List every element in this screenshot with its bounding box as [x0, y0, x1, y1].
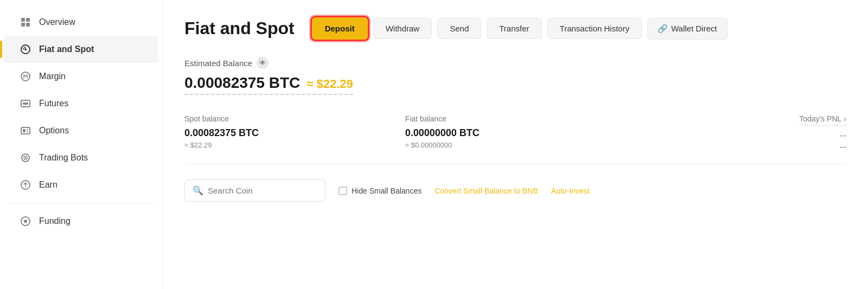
funding-icon: [20, 215, 31, 227]
pnl-label[interactable]: Today's PNL ›: [799, 114, 846, 126]
fiat-balance-col: Fiat balance 0.00000000 BTC ≈ $0.0000000…: [405, 114, 626, 153]
sidebar-item-trading-bots[interactable]: Trading Bots: [4, 144, 158, 171]
sidebar-item-overview-label: Overview: [39, 17, 75, 27]
transaction-history-button[interactable]: Transaction History: [547, 18, 642, 39]
sidebar-item-margin[interactable]: Margin: [4, 63, 158, 90]
convert-small-balance-link[interactable]: Convert Small Balance to BNB: [435, 187, 538, 195]
svg-rect-12: [27, 131, 28, 132]
page-title: Fiat and Spot: [184, 18, 295, 38]
sidebar-item-options[interactable]: Options: [4, 117, 158, 144]
filters-row: 🔍 Hide Small Balances Convert Small Bala…: [184, 179, 846, 202]
hide-small-balances-label[interactable]: Hide Small Balances: [339, 187, 422, 195]
link-icon: 🔗: [658, 24, 668, 34]
toggle-balance-icon[interactable]: 👁: [257, 57, 269, 69]
svg-rect-11: [27, 129, 28, 130]
wallet-icon: [20, 43, 31, 55]
bots-icon: [20, 152, 31, 164]
balance-btc: 0.00082375 BTC: [184, 74, 300, 92]
svg-rect-8: [23, 102, 28, 105]
svg-rect-10: [23, 129, 25, 132]
pnl-sub-value: --: [626, 142, 846, 153]
sidebar-item-fiat-and-spot[interactable]: Fiat and Spot: [4, 36, 158, 63]
fiat-usd-value: ≈ $0.00000000: [405, 141, 626, 149]
chevron-right-icon: ›: [844, 114, 846, 123]
search-box[interactable]: 🔍: [184, 179, 326, 202]
spot-balance-label: Spot balance: [184, 114, 405, 123]
earn-icon: [20, 179, 31, 191]
pnl-col: Today's PNL › -- --: [626, 114, 846, 153]
spot-usd-value: ≈ $22.29: [184, 141, 405, 149]
pnl-value: --: [626, 130, 846, 142]
sidebar-item-futures-label: Futures: [39, 99, 68, 108]
svg-point-5: [24, 48, 27, 50]
spot-btc-value: 0.00082375 BTC: [184, 127, 405, 139]
send-button[interactable]: Send: [437, 18, 481, 39]
sidebar-item-margin-label: Margin: [39, 72, 66, 81]
search-icon: 🔍: [193, 185, 203, 196]
svg-point-18: [24, 220, 27, 223]
sidebar-item-funding[interactable]: Funding: [4, 208, 158, 235]
sidebar-item-trading-bots-label: Trading Bots: [39, 153, 88, 163]
svg-rect-3: [26, 23, 30, 27]
hide-balances-checkbox[interactable]: [339, 187, 347, 195]
deposit-button[interactable]: Deposit: [312, 17, 368, 40]
grid-icon: [20, 16, 31, 28]
sidebar-item-earn-label: Earn: [39, 180, 58, 190]
auto-invest-link[interactable]: Auto-Invest: [551, 187, 590, 195]
svg-point-15: [25, 157, 26, 158]
svg-rect-2: [21, 23, 25, 27]
main-content: Fiat and Spot Deposit Withdraw Send Tran…: [163, 0, 868, 289]
balance-main: 0.00082375 BTC ≈ $22.29: [184, 74, 353, 95]
withdraw-button[interactable]: Withdraw: [373, 18, 432, 39]
fiat-btc-value: 0.00000000 BTC: [405, 127, 626, 139]
balance-section: Estimated Balance 👁 0.00082375 BTC ≈ $22…: [184, 57, 846, 99]
sidebar-item-futures[interactable]: Futures: [4, 90, 158, 117]
margin-icon: [20, 70, 31, 82]
spot-balance-col: Spot balance 0.00082375 BTC ≈ $22.29: [184, 114, 405, 153]
futures-icon: [20, 98, 31, 110]
sidebar-item-earn[interactable]: Earn: [4, 171, 158, 198]
fiat-balance-label: Fiat balance: [405, 114, 626, 123]
svg-rect-1: [26, 18, 30, 22]
sidebar: Overview Fiat and Spot Margin Fu: [0, 0, 163, 289]
sidebar-divider: [9, 203, 154, 203]
transfer-button[interactable]: Transfer: [487, 18, 541, 39]
balance-usd: ≈ $22.29: [307, 77, 353, 91]
page-header: Fiat and Spot Deposit Withdraw Send Tran…: [184, 17, 846, 40]
estimated-balance-label: Estimated Balance 👁: [184, 57, 846, 69]
sidebar-item-funding-label: Funding: [39, 216, 71, 226]
search-input[interactable]: [208, 186, 317, 195]
svg-rect-0: [21, 18, 25, 22]
sidebar-item-overview[interactable]: Overview: [4, 9, 158, 36]
balance-grid: Spot balance 0.00082375 BTC ≈ $22.29 Fia…: [184, 114, 846, 164]
options-icon: [20, 125, 31, 137]
sidebar-item-options-label: Options: [39, 126, 69, 136]
sidebar-item-fiat-and-spot-label: Fiat and Spot: [39, 44, 94, 54]
wallet-direct-button[interactable]: 🔗 Wallet Direct: [647, 18, 727, 40]
action-buttons: Deposit Withdraw Send Transfer Transacti…: [312, 17, 727, 40]
